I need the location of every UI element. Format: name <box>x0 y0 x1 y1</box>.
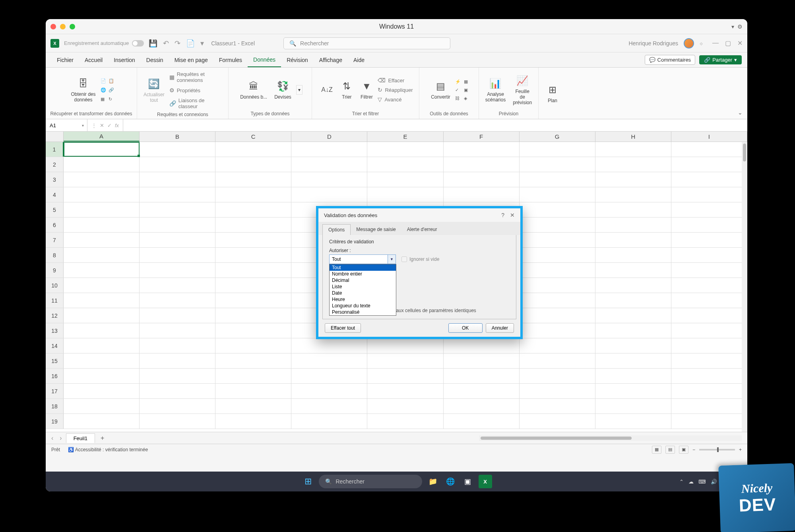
cell[interactable] <box>140 308 215 323</box>
cell[interactable] <box>444 157 520 172</box>
cell[interactable] <box>595 263 671 278</box>
cell[interactable] <box>520 293 595 308</box>
maximize-window-icon[interactable] <box>70 24 75 29</box>
cell[interactable] <box>215 308 291 323</box>
cell[interactable] <box>64 308 140 323</box>
cell[interactable] <box>671 293 747 308</box>
cell[interactable] <box>595 217 671 232</box>
col-header-i[interactable]: I <box>671 132 747 142</box>
row-header[interactable]: 19 <box>46 414 64 429</box>
cell[interactable] <box>140 369 215 383</box>
sheet-nav-prev-icon[interactable]: ‹ <box>49 435 56 442</box>
zoom-slider[interactable] <box>699 449 735 450</box>
cell[interactable] <box>140 248 215 262</box>
allow-dropdown[interactable]: Tout ▼ Tout Nombre entier Décimal Liste … <box>329 254 396 264</box>
data-type-2-button[interactable]: 💱Devises <box>272 80 294 100</box>
cell[interactable] <box>520 172 595 187</box>
cell[interactable] <box>291 142 367 157</box>
cell[interactable] <box>140 142 215 157</box>
cell[interactable] <box>595 353 671 368</box>
cell[interactable] <box>215 217 291 232</box>
row-header[interactable]: 2 <box>46 157 64 172</box>
sheet-nav-next-icon[interactable]: › <box>57 435 64 442</box>
ignore-blank-checkbox[interactable]: Ignorer si vide <box>401 256 439 262</box>
cell[interactable] <box>671 142 747 157</box>
avatar[interactable] <box>684 38 694 49</box>
edge-icon[interactable]: 🌐 <box>444 475 457 488</box>
cell[interactable] <box>367 142 443 157</box>
remove-dup-icon[interactable]: ▦ <box>464 79 469 84</box>
cell[interactable] <box>64 142 140 157</box>
cell[interactable] <box>595 369 671 383</box>
links-button[interactable]: 🔗Liaisons de classeur <box>169 96 224 111</box>
cell[interactable] <box>64 248 140 262</box>
cell[interactable] <box>64 338 140 353</box>
cell[interactable] <box>595 233 671 247</box>
tray-chevron-icon[interactable]: ⌃ <box>679 479 684 485</box>
cell[interactable] <box>291 157 367 172</box>
zoom-in-button[interactable]: + <box>739 447 742 452</box>
cell[interactable] <box>215 414 291 429</box>
touch-mode-icon[interactable]: 📄 <box>186 39 195 48</box>
filter-button[interactable]: ▼Filtrer <box>358 80 375 100</box>
cell[interactable] <box>64 172 140 187</box>
page-layout-button[interactable]: ▤ <box>665 446 675 454</box>
cell[interactable] <box>64 369 140 383</box>
collapse-ribbon-icon[interactable]: ⌄ <box>738 109 743 116</box>
row-header[interactable]: 14 <box>46 338 64 353</box>
cell[interactable] <box>140 202 215 217</box>
cell[interactable] <box>215 157 291 172</box>
cell[interactable] <box>595 323 671 338</box>
cell[interactable] <box>671 353 747 368</box>
tab-mise-en-page[interactable]: Mise en page <box>169 52 213 67</box>
cell[interactable] <box>367 399 443 414</box>
cancel-formula-icon[interactable]: ⋮ <box>91 122 97 128</box>
cell[interactable] <box>595 414 671 429</box>
cell[interactable] <box>367 187 443 202</box>
clear-filter-button[interactable]: ⌫Effacer <box>378 76 413 85</box>
cell[interactable] <box>520 308 595 323</box>
close-window-icon[interactable] <box>50 24 56 29</box>
cell[interactable] <box>520 248 595 262</box>
row-header[interactable]: 9 <box>46 263 64 278</box>
redo-icon[interactable]: ↷ <box>175 39 180 48</box>
cell[interactable] <box>140 353 215 368</box>
page-break-button[interactable]: ▣ <box>679 446 688 454</box>
cell[interactable] <box>520 338 595 353</box>
text-to-col-button[interactable]: ▤Convertir <box>429 80 453 100</box>
cell[interactable] <box>444 369 520 383</box>
cell[interactable] <box>64 233 140 247</box>
sort-az-button[interactable]: A↓Z <box>318 83 335 96</box>
cell[interactable] <box>520 233 595 247</box>
tab-accueil[interactable]: Accueil <box>79 52 108 67</box>
row-header[interactable]: 5 <box>46 202 64 217</box>
cell[interactable] <box>140 293 215 308</box>
consolidate-icon[interactable]: ▣ <box>464 87 469 93</box>
col-header-c[interactable]: C <box>215 132 291 142</box>
dialog-titlebar[interactable]: Validation des données ? ✕ <box>318 208 520 222</box>
cell[interactable] <box>140 172 215 187</box>
file-explorer-icon[interactable]: 📁 <box>426 475 440 488</box>
cell[interactable] <box>367 353 443 368</box>
cell[interactable] <box>291 414 367 429</box>
dropdown-icon[interactable]: ▾ <box>731 23 734 30</box>
row-header[interactable]: 13 <box>46 323 64 338</box>
close-icon[interactable]: ✕ <box>737 39 743 47</box>
toggle-switch-icon[interactable] <box>132 40 144 47</box>
option-date[interactable]: Date <box>330 290 396 296</box>
reapply-button[interactable]: ↻Réappliquer <box>378 85 413 94</box>
cell[interactable] <box>444 414 520 429</box>
cell[interactable] <box>215 263 291 278</box>
cell[interactable] <box>64 293 140 308</box>
cell[interactable] <box>671 399 747 414</box>
cell[interactable] <box>367 172 443 187</box>
cell[interactable] <box>215 187 291 202</box>
cell[interactable] <box>64 263 140 278</box>
add-sheet-button[interactable]: + <box>97 435 108 442</box>
tab-affichage[interactable]: Affichage <box>314 52 348 67</box>
cell[interactable] <box>671 157 747 172</box>
cell[interactable] <box>444 172 520 187</box>
cell[interactable] <box>595 202 671 217</box>
col-header-a[interactable]: A <box>64 132 140 142</box>
cell[interactable] <box>64 384 140 398</box>
